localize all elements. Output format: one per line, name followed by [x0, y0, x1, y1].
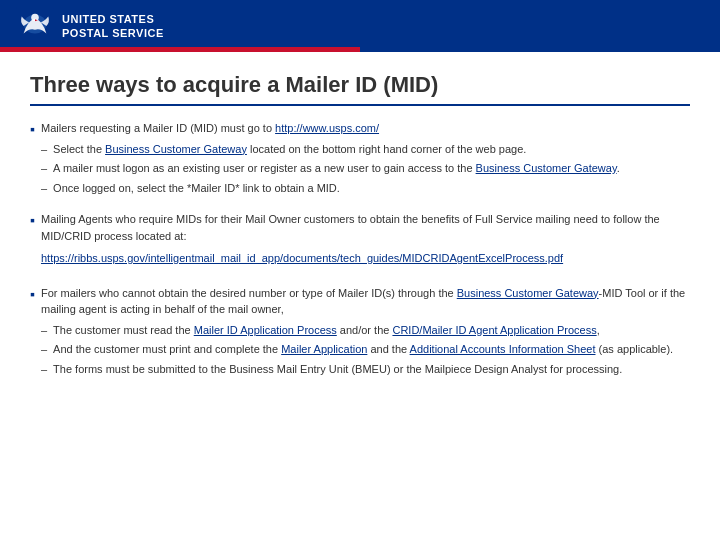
section-3-list: – The customer must read the Mailer ID A… — [41, 322, 690, 378]
logo-line2: POSTAL SERVICE — [62, 26, 164, 40]
logo-text: UNITED STATES POSTAL SERVICE — [62, 12, 164, 41]
section-1: ▪ Mailers requesting a Mailer ID (MID) m… — [30, 120, 690, 199]
header-stripe — [0, 47, 720, 52]
title-divider — [30, 104, 690, 106]
bullet-2: ▪ — [30, 212, 35, 228]
ribbs-link[interactable]: https://ribbs.usps.gov/intelligentmail_m… — [41, 250, 690, 267]
section-2-content: Mailing Agents who require MIDs for thei… — [41, 211, 690, 273]
bullet-1: ▪ — [30, 121, 35, 137]
section-1-intro: Mailers requesting a Mailer ID (MID) mus… — [41, 120, 690, 137]
list-item: – Once logged on, select the *Mailer ID*… — [41, 180, 690, 197]
section-1-list: – Select the Business Customer Gateway l… — [41, 141, 690, 197]
section-3-content: For mailers who cannot obtain the desire… — [41, 285, 690, 381]
page-content: Three ways to acquire a Mailer ID (MID) … — [0, 52, 720, 408]
section-2: ▪ Mailing Agents who require MIDs for th… — [30, 211, 690, 273]
dash-icon: – — [41, 322, 47, 339]
usps-link[interactable]: http://www.usps.com/ — [275, 122, 379, 134]
section-1-content: Mailers requesting a Mailer ID (MID) mus… — [41, 120, 690, 199]
dash-icon: – — [41, 180, 47, 197]
dash-icon: – — [41, 341, 47, 358]
header: UNITED STATES POSTAL SERVICE — [0, 0, 720, 52]
section-3: ▪ For mailers who cannot obtain the desi… — [30, 285, 690, 381]
logo-line1: UNITED STATES — [62, 12, 164, 26]
page-title: Three ways to acquire a Mailer ID (MID) — [30, 72, 690, 98]
crid-mailer-id-link[interactable]: CRID/Mailer ID Agent Application Process — [392, 324, 596, 336]
dash-icon: – — [41, 160, 47, 177]
section-2-intro: Mailing Agents who require MIDs for thei… — [41, 211, 690, 244]
business-customer-gateway-link-2[interactable]: Business Customer Gateway — [476, 162, 617, 174]
business-customer-gateway-link-1[interactable]: Business Customer Gateway — [105, 143, 247, 155]
list-item: – The forms must be submitted to the Bus… — [41, 361, 690, 378]
bullet-3: ▪ — [30, 286, 35, 302]
logo: UNITED STATES POSTAL SERVICE — [16, 7, 164, 45]
list-item: – A mailer must logon as an existing use… — [41, 160, 690, 177]
list-item: – Select the Business Customer Gateway l… — [41, 141, 690, 158]
list-item: – The customer must read the Mailer ID A… — [41, 322, 690, 339]
mailer-application-link[interactable]: Mailer Application — [281, 343, 367, 355]
list-item: – And the customer must print and comple… — [41, 341, 690, 358]
dash-icon: – — [41, 361, 47, 378]
business-customer-gateway-link-3[interactable]: Business Customer Gateway — [457, 287, 599, 299]
dash-icon: – — [41, 141, 47, 158]
usps-eagle-icon — [16, 7, 54, 45]
section-3-intro: For mailers who cannot obtain the desire… — [41, 285, 690, 318]
additional-accounts-link[interactable]: Additional Accounts Information Sheet — [410, 343, 596, 355]
mailer-id-application-link[interactable]: Mailer ID Application Process — [194, 324, 337, 336]
